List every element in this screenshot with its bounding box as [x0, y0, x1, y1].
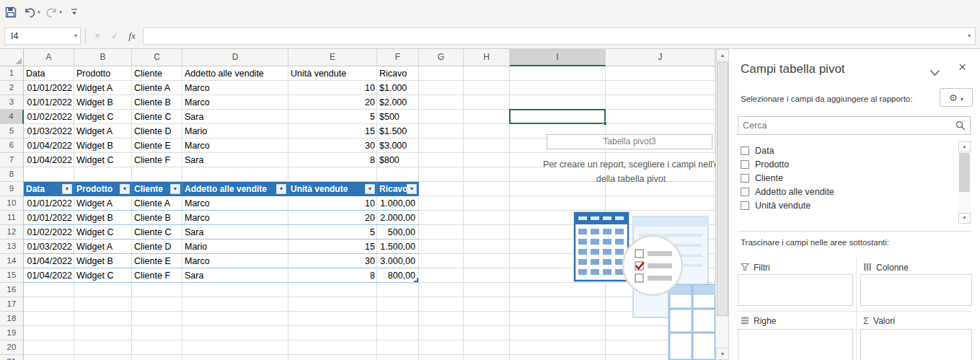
save-button[interactable]: [3, 4, 19, 20]
filter-button-data[interactable]: ▼: [62, 184, 72, 194]
cell-E7[interactable]: 8: [288, 153, 377, 167]
cell-F14[interactable]: 3.000,00: [377, 254, 419, 268]
select-all-corner[interactable]: [0, 49, 24, 66]
cell-A5[interactable]: 01/03/2022: [24, 124, 74, 139]
row-header-16[interactable]: 16: [0, 283, 24, 297]
cell-C2[interactable]: Cliente A: [132, 81, 182, 95]
field-item-cliente[interactable]: Cliente: [738, 172, 954, 185]
cell-E4[interactable]: 5: [288, 110, 377, 124]
row-header-17[interactable]: 17: [0, 297, 24, 312]
cell-B12[interactable]: Widget C: [74, 225, 132, 240]
pane-collapse-button[interactable]: [930, 66, 941, 75]
column-header-C[interactable]: C: [132, 49, 182, 66]
row-header-5[interactable]: 5: [0, 124, 24, 139]
cell-C11[interactable]: Cliente B: [132, 211, 182, 225]
cell-E3[interactable]: 20: [288, 95, 377, 110]
column-header-B[interactable]: B: [74, 49, 132, 66]
field-item-unità-vendute[interactable]: Unità vendute: [738, 199, 954, 213]
cell-B5[interactable]: Widget A: [74, 124, 132, 139]
columns-drop-zone[interactable]: [860, 274, 972, 306]
cell-D11[interactable]: Marco: [182, 211, 288, 225]
cell-B10[interactable]: Widget A: [74, 196, 132, 211]
cell-A15[interactable]: 01/04/2022: [24, 268, 74, 283]
row-header-3[interactable]: 3: [0, 95, 24, 110]
cell-F3[interactable]: $2.000: [377, 95, 419, 110]
cell-F4[interactable]: $500: [377, 110, 419, 124]
undo-button[interactable]: [22, 4, 37, 20]
cell-B6[interactable]: Widget B: [74, 139, 132, 153]
cell-D4[interactable]: Sara: [182, 110, 288, 124]
cell-E14[interactable]: 30: [288, 254, 377, 268]
cell-F12[interactable]: 500,00: [377, 225, 419, 240]
cancel-button[interactable]: ×: [89, 27, 105, 45]
cell-F2[interactable]: $1.000: [377, 81, 419, 95]
fill-handle[interactable]: [603, 121, 607, 126]
cell-B15[interactable]: Widget C: [74, 268, 132, 283]
cell-F6[interactable]: $3.000: [377, 139, 419, 153]
cell-F11[interactable]: 2.000,00: [377, 211, 419, 225]
field-list-scrollbar[interactable]: ▲ ▼: [958, 141, 971, 224]
filter-button-ricavo[interactable]: ▼: [407, 184, 417, 194]
field-search-box[interactable]: [738, 116, 971, 135]
name-box-caret-icon[interactable]: ▾: [74, 28, 77, 44]
row-header-10[interactable]: 10: [0, 196, 24, 211]
field-checkbox-data[interactable]: [741, 146, 749, 155]
cell-C6[interactable]: Cliente E: [132, 139, 182, 153]
pane-close-button[interactable]: ×: [958, 59, 966, 75]
cell-D10[interactable]: Marco: [182, 196, 288, 211]
column-header-G[interactable]: G: [419, 49, 464, 66]
field-item-prodotto[interactable]: Prodotto: [738, 158, 954, 172]
cell-C12[interactable]: Cliente C: [132, 225, 182, 240]
cell-D7[interactable]: Sara: [182, 153, 288, 167]
filter-button-prodotto[interactable]: ▼: [120, 184, 130, 194]
cell-D6[interactable]: Marco: [182, 139, 288, 153]
cell-B4[interactable]: Widget C: [74, 110, 132, 124]
cell-D9[interactable]: Addetto alle vendite▼: [182, 182, 288, 196]
cell-D3[interactable]: Marco: [182, 95, 288, 110]
column-header-I[interactable]: I: [510, 49, 606, 66]
column-header-J[interactable]: J: [606, 49, 715, 66]
row-header-6[interactable]: 6: [0, 139, 24, 153]
cell-F13[interactable]: 1.500,00: [377, 240, 419, 254]
field-list-scroll-down[interactable]: ▼: [958, 213, 971, 224]
cell-C13[interactable]: Cliente D: [132, 240, 182, 254]
values-drop-zone[interactable]: [860, 329, 972, 360]
cell-C4[interactable]: Cliente C: [132, 110, 182, 124]
customize-qat-button[interactable]: [66, 4, 82, 20]
search-input[interactable]: [741, 118, 950, 133]
cell-A13[interactable]: 01/03/2022: [24, 240, 74, 254]
cell-B13[interactable]: Widget A: [74, 240, 132, 254]
cell-D5[interactable]: Mario: [182, 124, 288, 139]
filter-button-unità-vendute[interactable]: ▼: [365, 184, 375, 194]
field-list-scroll-thumb[interactable]: [959, 153, 970, 192]
table-resize-handle[interactable]: [414, 278, 418, 282]
cell-C3[interactable]: Cliente B: [132, 95, 182, 110]
cell-B11[interactable]: Widget B: [74, 211, 132, 225]
field-checkbox-addetto-alle-vendite[interactable]: [741, 188, 749, 196]
cell-E5[interactable]: 15: [288, 124, 377, 139]
cell-A12[interactable]: 01/02/2022: [24, 225, 74, 240]
filter-button-addetto-alle-vendite[interactable]: ▼: [276, 184, 286, 194]
cell-B14[interactable]: Widget B: [74, 254, 132, 268]
cell-D1[interactable]: Addetto alle vendite: [182, 66, 288, 81]
cell-A4[interactable]: 01/02/2022: [24, 110, 74, 124]
row-header-19[interactable]: 19: [0, 326, 24, 341]
cell-E9[interactable]: Unità vendute▼: [288, 182, 377, 196]
cell-E2[interactable]: 10: [288, 81, 377, 95]
column-header-A[interactable]: A: [24, 49, 74, 66]
row-header-7[interactable]: 7: [0, 153, 24, 167]
cell-A14[interactable]: 01/04/2022: [24, 254, 74, 268]
redo-button[interactable]: [43, 4, 59, 20]
column-header-E[interactable]: E: [288, 49, 377, 66]
cell-F15[interactable]: 800,00: [377, 268, 419, 283]
cell-E12[interactable]: 5: [288, 225, 377, 240]
field-checkbox-prodotto[interactable]: [741, 160, 749, 169]
cell-F9[interactable]: Ricavo▼: [377, 182, 419, 196]
sheet-grid[interactable]: DataProdottoClienteAddetto alle venditeU…: [0, 49, 715, 360]
cell-B2[interactable]: Widget A: [74, 81, 132, 95]
field-list-scroll-up[interactable]: ▲: [958, 141, 971, 152]
filters-drop-zone[interactable]: [738, 274, 853, 306]
row-header-15[interactable]: 15: [0, 268, 24, 283]
cell-F7[interactable]: $800: [377, 153, 419, 167]
cell-B1[interactable]: Prodotto: [74, 66, 132, 81]
